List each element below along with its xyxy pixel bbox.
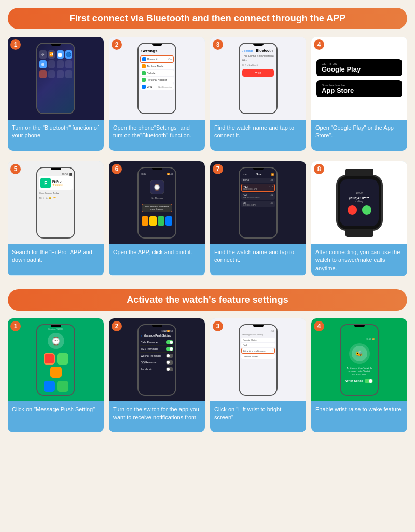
bind-device: Bind device to experience more features xyxy=(145,205,169,211)
step-2-number: 2 xyxy=(112,39,122,50)
step-6-number: 6 xyxy=(112,164,122,174)
call-number: (626)410**** xyxy=(349,196,369,200)
step-s2-1-text: Click on "Message Push Setting" xyxy=(8,401,104,432)
step-4-text: Open "Google Play" or the App Store". xyxy=(311,120,407,151)
step-1-card: 1 ✈ 📶 ⬤ 🔵 ⊕ xyxy=(8,37,104,151)
step-8-image: 8 10:09 (626)410**** calling xyxy=(311,161,407,244)
step-7-image: 7 14:43 Scan 📶 IDW16 -71 xyxy=(210,161,306,244)
step-8-text: After connecting, you can use the watch … xyxy=(311,244,407,276)
step-s2-2-card: 2 18:22 📶 50 ‹ Message Push Setting Call… xyxy=(109,318,205,432)
step-7-card: 7 14:43 Scan 📶 IDW16 -71 xyxy=(210,161,306,276)
step-8-card: 8 10:09 (626)410**** calling Af xyxy=(311,161,407,276)
step-7-text: Find the watch name and tap to connect i… xyxy=(210,244,306,275)
step-2-card: 2 Settings Bluetooth On Airpl xyxy=(109,37,205,151)
app-store-button[interactable]: Download on the App Store xyxy=(316,80,402,97)
steps-row-1: 1 ✈ 📶 ⬤ 🔵 ⊕ xyxy=(8,37,407,151)
lift-wrist: Lift wrist to bright screen xyxy=(243,349,266,352)
step-5-number: 5 xyxy=(10,164,21,174)
google-play-name: Google Play xyxy=(322,65,361,73)
step-3-text: Find the watch name and tap to connect i… xyxy=(210,120,306,151)
step-6-card: 6 18:04📶 49 ⌚ No Device Bind device to e… xyxy=(109,161,205,276)
step-4-image: 4 GET IT ON Google Play Download on the … xyxy=(311,37,407,120)
step-4-number: 4 xyxy=(314,39,324,50)
watch-name: Y13 xyxy=(255,71,261,75)
bluetooth-label: Bluetooth xyxy=(147,58,158,61)
remote-shutter: Remote Shutter xyxy=(243,339,257,341)
steps-row-2: 5 18:51 ⬛ F FitPro ★★★★☆ Code Scanner T xyxy=(8,161,407,276)
step-6-image: 6 18:04📶 49 ⌚ No Device Bind device to e… xyxy=(109,161,205,244)
steps-row-3: 1 Version: V13663 ⌚ xyxy=(8,318,407,432)
version-label: Version: V13663 xyxy=(48,328,63,330)
facebook: Facebook xyxy=(141,368,152,371)
step-3-number: 3 xyxy=(213,39,223,50)
step-s2-3-image: 3 • 50 Message Push Setting Remote Shutt… xyxy=(210,318,306,401)
cellular: Cellular xyxy=(147,72,156,75)
personal-hotspot: Personal Hotspot xyxy=(147,78,167,81)
step-s2-2-text: Turn on the switch for the app you want … xyxy=(109,401,205,432)
step-s2-2-image: 2 18:22 📶 50 ‹ Message Push Setting Call… xyxy=(109,318,205,401)
wechat-reminder: Wechat Reminder xyxy=(141,354,161,357)
step-s2-1-number: 1 xyxy=(10,321,21,331)
section2-header: Activate the watch's feature settings xyxy=(8,289,407,311)
bluetooth-nav: Bluetooth xyxy=(255,49,274,52)
section1-title: First connect via Bluetooth and then con… xyxy=(70,13,345,23)
step-s2-4-text: Enable wrist-raise to wake feature xyxy=(311,401,407,432)
calls-reminder: Calls Reminder xyxy=(141,341,158,344)
airplane-mode: Airplane Mode xyxy=(147,65,163,68)
settings-title: Settings xyxy=(140,48,174,55)
no-device: No Device xyxy=(151,197,163,200)
step-2-text: Open the phone"Settings" and tum on the"… xyxy=(109,120,205,151)
step-s2-4-card: 4 18:23 📶 🐝 Activate the Watch screen vi… xyxy=(311,318,407,432)
sms-reminder: SMS Reminder xyxy=(141,347,158,351)
step-s2-4-number: 4 xyxy=(314,321,324,331)
qq-reminder: QQ Reminder xyxy=(141,361,157,364)
app-store-name: App Store xyxy=(322,87,354,94)
step-s2-1-image: 1 Version: V13663 ⌚ xyxy=(8,318,104,401)
device1: IDW16 xyxy=(243,179,249,181)
google-play-button[interactable]: GET IT ON Google Play xyxy=(316,59,402,76)
common-contact: Common contact xyxy=(243,355,258,358)
step-3-image: 3 ‹ Settings Bluetooth This iPhone is di… xyxy=(210,37,306,120)
step-s2-1-card: 1 Version: V13663 ⌚ xyxy=(8,318,104,432)
step-2-image: 2 Settings Bluetooth On Airpl xyxy=(109,37,205,120)
step-1-image: 1 ✈ 📶 ⬤ 🔵 ⊕ xyxy=(8,37,104,120)
bluetooth-value: On xyxy=(168,58,172,61)
scan-title: Scan xyxy=(256,173,262,176)
step-s2-3-card: 3 • 50 Message Push Setting Remote Shutt… xyxy=(210,318,306,432)
step-6-text: Open the APP, click and bind it. xyxy=(109,244,205,275)
wrist-sense-label: Wrist Sense xyxy=(345,379,363,382)
step-5-text: Search for the "FitPro" APP and download… xyxy=(8,244,104,275)
section1-header: First connect via Bluetooth and then con… xyxy=(8,8,407,29)
step-s2-2-number: 2 xyxy=(112,321,122,331)
step-s2-3-number: 3 xyxy=(213,321,223,331)
step-3-card: 3 ‹ Settings Bluetooth This iPhone is di… xyxy=(210,37,306,151)
msg-push-title: Message Push Setting xyxy=(142,334,173,337)
calling-label: calling xyxy=(355,200,363,203)
step-5-card: 5 18:51 ⬛ F FitPro ★★★★☆ Code Scanner T xyxy=(8,161,104,276)
step-s2-3-text: Click on "Lift wrist to bright screen" xyxy=(210,401,306,432)
step-1-text: Turn on the "Bluetooth" function of your… xyxy=(8,120,104,151)
step-7-number: 7 xyxy=(213,164,223,174)
step-5-image: 5 18:51 ⬛ F FitPro ★★★★☆ Code Scanner T xyxy=(8,161,104,244)
vpn-value: Not Connected xyxy=(158,86,172,88)
step-8-number: 8 xyxy=(314,164,324,174)
section2-title: Activate the watch's feature settings xyxy=(127,295,288,305)
vpn: VPN xyxy=(147,85,152,88)
step-s2-4-image: 4 18:23 📶 🐝 Activate the Watch screen vi… xyxy=(311,318,407,401)
find-label: Find xyxy=(243,344,247,346)
step-1-number: 1 xyxy=(10,39,21,50)
step-4-card: 4 GET IT ON Google Play Download on the … xyxy=(311,37,407,151)
